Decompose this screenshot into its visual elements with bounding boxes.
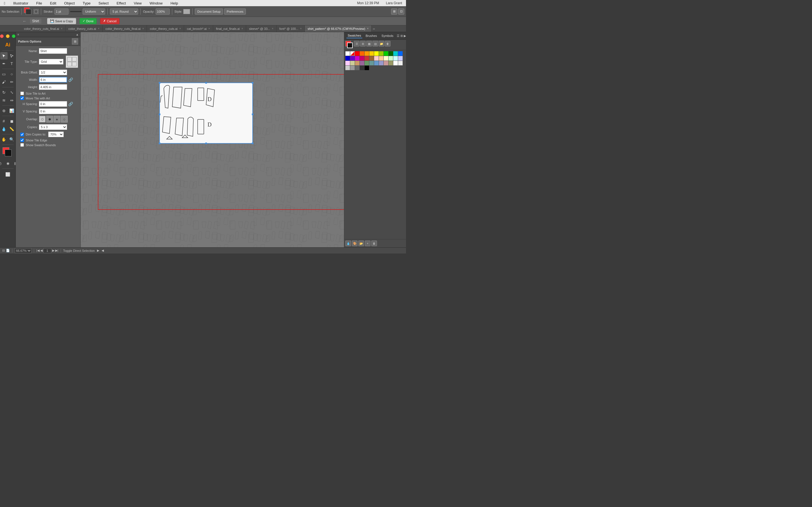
link-width-height-icon[interactable]: 🔗 [68,77,73,82]
opacity-input[interactable] [156,8,170,15]
handle-br[interactable] [252,143,253,144]
tab-8-close[interactable]: × [367,27,368,30]
overlap-bottom-top[interactable]: ◇ [61,116,68,122]
show-swatch-bounds-checkbox[interactable] [20,143,24,147]
tab-4[interactable]: cat_brooch*.ai × [184,25,213,32]
menu-illustrator[interactable]: Illustrator [11,1,30,6]
swatch-teal-gray[interactable] [369,61,374,65]
next-page-btn[interactable]: ▶ [52,249,54,252]
tab-0[interactable]: color_theory_cuts_final.ai × [21,25,66,32]
symbols-tab[interactable]: Symbols [380,34,395,38]
rotate-tool[interactable]: ↻ [0,89,8,96]
window-minimize-btn[interactable] [6,34,10,38]
canvas-area[interactable]: D D [81,32,344,247]
show-tile-edge-label[interactable]: Show Tile Edge [26,138,47,142]
tab-3-close[interactable]: × [179,27,181,30]
swatches-tab[interactable]: Swatches [347,33,362,38]
swatch-black[interactable] [364,66,369,70]
eyedropper-tool[interactable]: 💧 [0,125,8,133]
preferences-button[interactable]: Preferences [224,8,246,15]
tab-7[interactable]: font* @ 100... × [276,25,305,32]
swatch-very-dark-gray[interactable] [360,66,364,70]
brick-offset-select[interactable]: 1/2 [39,69,67,75]
zoom-select[interactable]: 66.67% [15,248,32,253]
stroke-selector[interactable] [34,9,39,14]
transform-btn-1[interactable]: ⊞ [391,8,397,15]
document-setup-button[interactable]: Document Setup [195,8,223,15]
overlap-top-top[interactable]: ◈ [54,116,60,122]
swatch-blue[interactable] [398,51,403,56]
swatch-lavender[interactable] [398,56,403,61]
menu-select[interactable]: Select [97,1,110,6]
handle-mr[interactable] [252,114,253,115]
swatch-light-magenta[interactable] [345,61,350,65]
swatch-cream[interactable] [384,56,388,61]
type-tool[interactable]: T [8,60,15,67]
swatch-white[interactable] [345,51,350,56]
mesh-tool[interactable]: # [0,117,8,125]
handle-tl[interactable] [159,82,160,83]
swatch-folder-btn[interactable]: 📁 [378,41,384,47]
swatch-light-cyan[interactable] [393,56,398,61]
transform-btn-2[interactable]: ⊡ [398,8,404,15]
color-wells[interactable] [3,147,13,158]
tab-4-close[interactable]: × [208,27,210,30]
swatch-red[interactable] [355,51,359,56]
cancel-button[interactable]: ✗ Cancel [100,18,119,24]
size-tile-checkbox[interactable] [20,92,24,95]
swatch-light-green[interactable] [389,56,393,61]
h-spacing-input[interactable] [39,101,67,107]
swatch-yellow[interactable] [374,51,378,56]
swatch-near-white[interactable] [398,61,403,65]
dim-copies-select[interactable]: 70% 50% 80% [48,131,64,137]
swatch-small-thumbnail-btn[interactable]: ⊞ [360,41,366,47]
swatch-green[interactable] [384,51,388,56]
menu-edit[interactable]: Edit [48,1,58,6]
tab-2[interactable]: color_theory_cuts_final.ai × [103,25,147,32]
gradient-tool[interactable]: ◼ [8,117,15,125]
swatch-steel-blue[interactable] [374,61,378,65]
swatch-show-all-btn[interactable]: ▤ [372,41,378,47]
menu-file[interactable]: File [35,1,44,6]
swatch-tan[interactable] [350,61,355,65]
brushes-tab[interactable]: Brushes [364,34,378,38]
swatch-orange[interactable] [364,51,369,56]
swatches-grid-view-btn[interactable]: ⊞ [400,34,403,38]
back-arrow[interactable]: ← [22,19,27,23]
tab-1[interactable]: color_theory_cuts.ai × [66,25,103,32]
stroke-value-input[interactable] [54,8,68,15]
v-spacing-input[interactable] [39,108,67,114]
status-collapse-btn[interactable]: ◀ [101,249,104,252]
swatch-light-gray[interactable] [345,66,350,70]
handle-tm[interactable] [205,82,207,83]
warp-tool[interactable]: ≋ [0,97,8,104]
swatch-dark-blue[interactable] [345,56,350,61]
overlap-left-top[interactable]: ⬡ [39,116,46,122]
done-button[interactable]: ✓ Done [80,18,97,24]
save-copy-button[interactable]: 💾 Save a Copy [47,18,76,24]
screen-mode-tool[interactable]: ⬜ [3,171,13,178]
swatch-mauve[interactable] [360,61,364,65]
swatch-yellow-orange[interactable] [369,51,374,56]
swatch-orange-red[interactable] [360,51,364,56]
swatch-dark-gray[interactable] [355,66,359,70]
symbol-sprayer-tool[interactable]: ⊕ [0,107,8,114]
swatch-fill-stroke[interactable] [345,41,353,49]
swatch-rose[interactable] [384,61,388,65]
swatch-trash-btn[interactable]: 🗑 [385,41,391,47]
show-tile-edge-checkbox[interactable] [20,138,24,142]
stroke-type-selector[interactable]: Uniform [70,8,105,15]
swatch-light-pink[interactable] [374,56,378,61]
height-input[interactable] [39,84,67,90]
style-swatch[interactable] [183,9,190,14]
swatch-peach[interactable] [379,56,384,61]
brush-select[interactable]: 5 pt. Round [110,8,138,15]
menu-window[interactable]: Window [148,1,164,6]
swatch-add-btn[interactable]: + [365,240,370,246]
handle-tr[interactable] [252,82,253,83]
stroke-well[interactable] [5,150,11,156]
swatch-medium-gray[interactable] [350,66,355,70]
window-close-btn[interactable] [0,34,4,38]
swatch-brown[interactable] [369,56,374,61]
swatch-pink[interactable] [360,56,364,61]
